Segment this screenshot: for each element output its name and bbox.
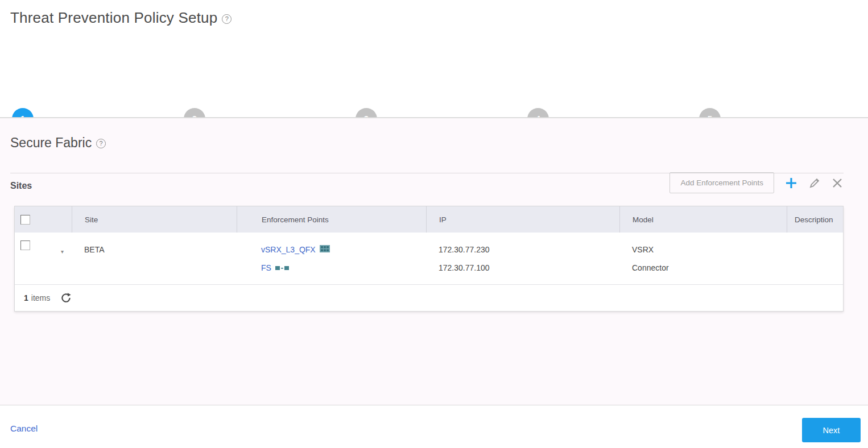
row-select-cell: ▾ [15, 233, 72, 284]
next-button[interactable]: Next [802, 418, 861, 442]
enforcement-points-cell: vSRX_L3_QFX FS [237, 233, 426, 284]
help-icon[interactable]: ? [222, 14, 232, 24]
add-site-button[interactable] [784, 176, 798, 190]
col-header-site[interactable]: Site [72, 206, 237, 233]
col-header-model[interactable]: Model [619, 206, 787, 233]
threat-prevention-policy-setup-page: Threat Prevention Policy Setup? 1 2 3 4 … [0, 0, 868, 448]
pencil-icon [808, 182, 821, 191]
row-expand-caret-icon[interactable]: ▾ [61, 243, 64, 261]
refresh-button[interactable] [60, 292, 72, 304]
wizard-stepper: 1 2 3 4 5 Secure Fabric Policy Enforceme… [0, 52, 868, 106]
edit-site-button[interactable] [808, 177, 821, 189]
col-header-ip[interactable]: IP [426, 206, 619, 233]
sites-heading: Sites [10, 181, 32, 191]
section-title: Secure Fabric? [10, 135, 106, 151]
model-value: Connector [632, 259, 787, 277]
cancel-link[interactable]: Cancel [10, 424, 38, 434]
switch-device-icon [320, 240, 330, 259]
sites-table: Site Enforcement Points IP Model Descrip… [14, 206, 844, 312]
secure-fabric-panel: Secure Fabric? Sites Add Enforcement Poi… [0, 118, 868, 405]
section-title-text: Secure Fabric [10, 135, 92, 150]
row-checkbox[interactable] [20, 240, 30, 250]
description-cell [787, 233, 843, 284]
sites-toolbar: Add Enforcement Points [669, 172, 844, 193]
page-title-text: Threat Prevention Policy Setup [10, 9, 217, 26]
items-count: 1 [24, 293, 28, 302]
connector-device-icon [275, 259, 289, 277]
ip-cell: 172.30.77.230 172.30.77.100 [426, 233, 619, 284]
delete-site-button[interactable] [831, 177, 844, 189]
add-enforcement-points-button[interactable]: Add Enforcement Points [669, 172, 774, 193]
col-header-enforcement-points[interactable]: Enforcement Points [237, 206, 426, 233]
enforcement-point-link[interactable]: vSRX_L3_QFX [261, 240, 316, 259]
site-cell: BETA [72, 233, 237, 284]
select-all-checkbox[interactable] [20, 215, 30, 225]
table-row: ▾ BETA vSRX_L3_QFX [15, 233, 843, 285]
page-footer: Cancel Next [0, 405, 868, 448]
sites-table-header: Site Enforcement Points IP Model Descrip… [15, 206, 843, 233]
enforcement-point-link[interactable]: FS [261, 259, 271, 277]
ip-value: 172.30.77.100 [439, 259, 619, 277]
refresh-icon [60, 297, 72, 305]
select-all-cell [15, 206, 72, 233]
ip-value: 172.30.77.230 [439, 240, 619, 259]
plus-icon [784, 183, 798, 192]
close-icon [831, 182, 844, 191]
col-header-description[interactable]: Description [787, 206, 843, 233]
items-label: items [31, 293, 50, 302]
page-title: Threat Prevention Policy Setup? [10, 9, 232, 27]
sites-table-footer: 1 items [15, 285, 843, 311]
model-value: VSRX [632, 240, 787, 259]
model-cell: VSRX Connector [619, 233, 787, 284]
section-help-icon[interactable]: ? [96, 139, 106, 148]
